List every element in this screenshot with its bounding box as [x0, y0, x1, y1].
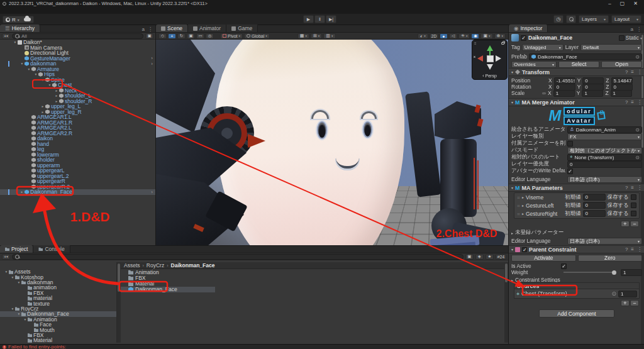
hierarchy-item[interactable]: Directional Light	[0, 50, 155, 56]
step-button[interactable]: ▶|	[326, 15, 336, 23]
pause-button[interactable]: ‖	[314, 15, 325, 23]
layers-dropdown[interactable]: Layers	[579, 15, 609, 23]
hierarchy-item[interactable]: leg	[0, 147, 155, 152]
audio-toggle-icon[interactable]: ◁	[449, 33, 457, 39]
hierarchy-item[interactable]: ARMGEAR1.R	[0, 120, 155, 126]
hierarchy-item[interactable]: uppergearL.2	[0, 174, 155, 179]
presets-icon[interactable]: ≡	[631, 185, 634, 191]
remove-parameter-button[interactable]: −	[630, 221, 639, 227]
weight-field[interactable]: 1	[621, 269, 642, 276]
breadcrumb[interactable]: Assets› RoyCrz› Daikonman_Face	[121, 262, 504, 269]
project-folder[interactable]: ▾ daikonman	[0, 280, 116, 285]
help-icon[interactable]: ?	[625, 247, 628, 252]
project-folder[interactable]: Material	[0, 338, 116, 343]
gameobject-name[interactable]: Daikonman_Face	[528, 35, 572, 41]
transform-tool[interactable]: ◎	[206, 33, 214, 39]
drag-handle-icon[interactable]: =	[517, 211, 520, 217]
hierarchy-item[interactable]: ▸ upper_leg_R	[0, 109, 155, 115]
help-icon[interactable]: ?	[625, 185, 628, 191]
project-folder[interactable]: ▾ Assets	[0, 269, 116, 274]
parent-constraint-header[interactable]: ▾ Parent Constraint ?≡⋮	[509, 245, 644, 253]
weight-slider[interactable]	[564, 272, 616, 273]
global-dropdown[interactable]: Global	[244, 33, 270, 39]
z-axis-icon[interactable]	[496, 55, 501, 62]
hierarchy-search-input[interactable]: All	[12, 33, 143, 39]
scene-view-tab[interactable]: Scene	[156, 25, 188, 32]
drag-handle-icon[interactable]: =	[517, 194, 520, 201]
close-button[interactable]: ✕	[633, 1, 638, 6]
default-value-field[interactable]: 0	[583, 194, 606, 201]
merge-animator-header[interactable]: ▾ M MA Merge Animator ?≡⋮	[509, 98, 644, 106]
hierarchy-item[interactable]: uppergearR	[0, 179, 155, 184]
hierarchy-item[interactable]: ARMGEAR1.L	[0, 114, 155, 120]
kebab-menu-icon[interactable]: ⋮	[637, 247, 642, 252]
project-folder[interactable]: Mouth	[0, 327, 116, 332]
project-files-scrollbar[interactable]	[504, 262, 508, 343]
foldout-icon[interactable]: ▸	[522, 211, 524, 216]
save-checkbox[interactable]	[631, 202, 636, 208]
pivot-dropdown[interactable]: Pivot	[220, 33, 243, 39]
status-bar[interactable]: ! Failed to find entry-points:	[0, 344, 644, 349]
remove-source-button[interactable]: −	[630, 300, 639, 306]
parameters-header[interactable]: ▾ M MA Parameters ?≡⋮	[509, 184, 644, 192]
hierarchy-item[interactable]: ▾ Hips	[0, 72, 155, 77]
shading-mode-dropdown[interactable]: ◐	[418, 33, 428, 39]
source-weight-field[interactable]: 1	[618, 291, 637, 297]
play-button[interactable]: ▶	[303, 15, 314, 23]
maximize-button[interactable]: ▢	[620, 1, 625, 6]
perspective-label[interactable]: ‹ Persp	[472, 74, 507, 78]
parameter-row[interactable]: = ▸ GestureRight 初期値 0 保存する	[514, 209, 639, 218]
default-value-field[interactable]: 0	[583, 210, 606, 217]
animator-field[interactable]: ≛Daikonman_Anim	[567, 126, 642, 133]
hierarchy-item[interactable]: uppergearL	[0, 168, 155, 174]
kebab-menu-icon[interactable]: ⋮	[636, 26, 641, 32]
2d-toggle[interactable]: 2D	[430, 33, 438, 39]
project-tab[interactable]: Project	[0, 245, 33, 253]
add-source-button[interactable]: +	[621, 300, 630, 306]
visibility-toggle-icon[interactable]: ◉	[471, 33, 479, 39]
lighting-toggle-icon[interactable]: ●	[440, 33, 448, 39]
lock-icon[interactable]: a	[142, 26, 145, 32]
tool-settings-dropdown[interactable]: ▥	[323, 33, 335, 39]
kebab-menu-icon[interactable]: ⋮	[637, 99, 642, 105]
source-object[interactable]: Chest (Transform)	[521, 291, 567, 297]
search-by-type-icon[interactable]: ▣	[465, 254, 474, 260]
hierarchy-item[interactable]: daikon	[0, 136, 155, 141]
minimize-button[interactable]: –	[608, 1, 611, 6]
layer-type-dropdown[interactable]: FX	[567, 133, 642, 140]
create-button[interactable]: +▾	[2, 254, 10, 260]
scene-view-tab[interactable]: Game	[226, 25, 258, 32]
open-button[interactable]: Open	[601, 61, 642, 68]
tab-inspector[interactable]: ◉ Inspector	[509, 25, 548, 32]
camera-dropdown[interactable]: ▣	[480, 33, 492, 39]
hierarchy-item[interactable]: uppergearR.2	[0, 184, 155, 190]
project-folder[interactable]: Face	[0, 322, 116, 327]
effects-dropdown[interactable]: ✳	[458, 33, 470, 39]
rotate-tool[interactable]: ↻	[177, 33, 186, 39]
help-icon[interactable]: ?	[625, 99, 628, 105]
presets-icon[interactable]: ≡	[631, 247, 634, 252]
hierarchy-item[interactable]: ARMGEAR2.R	[0, 131, 155, 136]
delete-attached-checkbox[interactable]	[567, 141, 573, 147]
project-folder[interactable]: FBX	[0, 333, 116, 338]
hierarchy-item[interactable]: ▾ daikonman	[0, 61, 155, 67]
search-icon[interactable]	[566, 15, 576, 23]
kebab-menu-icon[interactable]: ⋮	[637, 69, 642, 75]
scale-y-field[interactable]: 1	[582, 90, 603, 97]
foldout-icon[interactable]: ▾	[511, 100, 513, 104]
save-checkbox[interactable]	[631, 194, 636, 200]
gizmos-dropdown[interactable]: ⊕	[494, 33, 506, 39]
hierarchy-item[interactable]: ▾ Armature	[0, 67, 155, 72]
hierarchy-item[interactable]: ▾ Daikon*	[0, 40, 155, 45]
editor-language-dropdown[interactable]: 日本語 (日本)	[567, 238, 642, 245]
hierarchy-item[interactable]: hand	[0, 141, 155, 147]
transform-header[interactable]: ▾ Transform ?≡⋮	[509, 68, 644, 76]
save-checkbox[interactable]	[631, 211, 636, 216]
kebab-menu-icon[interactable]: ⋮	[148, 26, 153, 32]
foldout-icon[interactable]: ▸	[511, 278, 513, 282]
scene-viewport[interactable]: ≡ x ‹ Persp	[156, 40, 508, 245]
write-defaults-checkbox[interactable]	[567, 169, 573, 174]
default-value-field[interactable]: 0	[583, 202, 606, 209]
hand-tool[interactable]: ◇	[158, 33, 167, 39]
presets-icon[interactable]: ≡	[631, 69, 634, 75]
